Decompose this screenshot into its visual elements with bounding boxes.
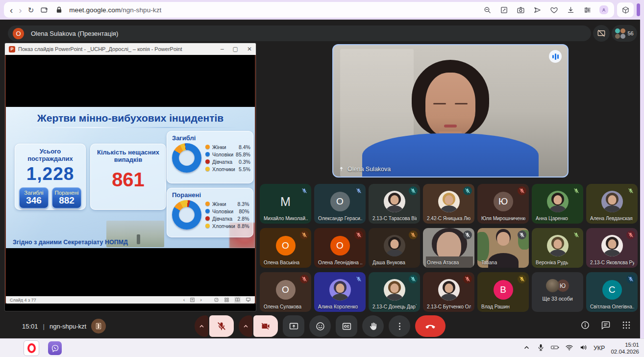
url-text[interactable]: meet.google.com/ngn-shpu-kzt (69, 6, 161, 14)
reactions-button[interactable] (309, 315, 331, 337)
presenter-banner[interactable]: O Olena Sulakova (Презентація) (8, 26, 591, 41)
participant-tile[interactable]: Tatiana (477, 228, 529, 268)
url-host: meet.google.com (69, 6, 121, 14)
camera-options-chevron[interactable] (239, 315, 252, 337)
mic-off-icon (626, 275, 635, 283)
participant-name: Олександр Гераси... (318, 216, 362, 221)
more-options-button[interactable] (389, 315, 410, 337)
previous-slide-button[interactable]: ‹ (183, 297, 185, 303)
mic-off-icon (463, 186, 472, 195)
profile-icon[interactable] (599, 5, 608, 14)
slide-title: Жертви мінно-вибухових інцидентів (6, 112, 255, 128)
send-icon[interactable] (533, 5, 542, 14)
participant-tile[interactable]: ММихайло Миколай... (260, 184, 311, 224)
powerpoint-titlebar[interactable]: P Показ слайдів PowerPoint - _UCHP_Дорос… (5, 43, 256, 55)
participant-tile[interactable]: 2.42-С Яницька Лю... (423, 184, 474, 224)
participant-tile[interactable]: Анна Царенко (532, 184, 583, 224)
snapshot-edit-icon[interactable] (499, 5, 508, 14)
powerpoint-window[interactable]: P Показ слайдів PowerPoint - _UCHP_Дорос… (5, 43, 256, 311)
captions-button[interactable] (336, 315, 357, 337)
wounded-donut-title: Поранені (172, 191, 248, 199)
heart-icon[interactable] (549, 5, 558, 14)
next-slide-button[interactable]: › (200, 297, 202, 303)
viber-taskbar-icon[interactable] (48, 341, 62, 355)
leave-call-button[interactable] (415, 315, 446, 337)
present-screen-button[interactable] (283, 315, 304, 337)
clock[interactable]: 15:01 02.04.2026 (611, 341, 639, 356)
dead-donut-chart (172, 143, 201, 173)
download-icon[interactable] (566, 5, 575, 14)
participants-button[interactable]: 56 (612, 25, 637, 42)
mic-off-icon (354, 230, 363, 239)
legend-value: 5.5% (239, 166, 250, 172)
mic-off-button[interactable] (209, 315, 234, 337)
tab-media-icon[interactable] (40, 5, 49, 14)
participant-tile[interactable]: 2.13-С Тарасова Вік... (369, 184, 420, 224)
legend-value: 85.8% (236, 152, 250, 157)
participant-tile[interactable]: Алина Короленко (314, 272, 366, 312)
participant-tile[interactable]: ООлександр Гераси... (314, 184, 366, 224)
close-button[interactable]: ✕ (247, 46, 252, 52)
participant-tile[interactable]: ЮЩе 33 особи (532, 272, 583, 312)
slideshow-view-button[interactable] (246, 297, 251, 303)
reading-view-button[interactable] (234, 297, 241, 303)
chat-icon[interactable] (601, 320, 611, 332)
sidebar-handle[interactable] (637, 3, 640, 16)
tray-chevron-icon[interactable] (522, 343, 531, 354)
mic-options-chevron[interactable] (195, 315, 208, 337)
participant-tile[interactable]: ООлена Сулакова (260, 272, 311, 312)
grid-view-button[interactable] (224, 297, 229, 303)
participant-name: 2.13-С Яковлєва Ру... (590, 260, 634, 265)
tune-icon[interactable] (583, 5, 592, 14)
participant-tile[interactable]: 2.13-С Донець Дар`я (369, 272, 420, 312)
participant-tile[interactable]: ООлена Леонідівна ... (314, 228, 366, 268)
slide: Жертви мінно-вибухових інцидентів Усього… (6, 107, 255, 248)
participant-tile[interactable]: Алена Левданская (586, 184, 638, 224)
leave-room-icon[interactable] (91, 319, 106, 333)
language-indicator[interactable]: УКР (594, 345, 605, 352)
participant-tile[interactable]: ССвітлана Олегівна... (586, 272, 638, 312)
overflow-count-label: Ще 33 особи (532, 296, 583, 302)
participant-tile[interactable]: ЮЮля Мирошниченко (477, 184, 529, 224)
volume-icon[interactable] (579, 343, 588, 354)
legend-row: Жінки8.4% (205, 144, 250, 150)
participant-tile[interactable]: 2.13-С Яковлєва Ру... (586, 228, 638, 268)
participant-tile[interactable]: Олена Атаєва (423, 228, 474, 268)
tray-mic-icon[interactable] (537, 343, 545, 354)
back-icon[interactable]: ‹ (10, 5, 13, 15)
mic-off-icon (518, 186, 526, 195)
participant-tile[interactable]: 2.13-С Бутченко Ол... (423, 272, 474, 312)
activities-grid-icon[interactable] (621, 320, 631, 332)
forward-icon[interactable]: › (19, 5, 22, 15)
camera-off-button[interactable] (253, 315, 278, 337)
reload-icon[interactable]: ↻ (28, 6, 34, 14)
mic-control-group (195, 315, 234, 337)
participant-tile[interactable]: ООлена Васькіна (260, 228, 311, 268)
main-video-tile[interactable]: Olena Sulakova (332, 44, 569, 178)
annotation-pen-button[interactable] (214, 297, 219, 303)
address-bar[interactable]: ‹ › ↻ meet.google.com/ngn-shpu-kzt (4, 2, 614, 18)
extensions-cube-icon[interactable] (617, 2, 634, 17)
dead-donut-title: Загиблі (172, 134, 248, 142)
battery-charging-icon[interactable] (551, 343, 559, 354)
opera-taskbar-icon[interactable] (24, 340, 39, 356)
legend-row: Хлопчики5.5% (205, 166, 250, 172)
mic-off-icon (354, 275, 363, 283)
participant-name: Даша Внукова (372, 260, 405, 265)
maximize-button[interactable]: ▢ (233, 46, 238, 52)
presentation-off-button[interactable] (593, 25, 610, 42)
avatar: В (494, 280, 513, 300)
legend-value: 2.8% (238, 216, 249, 222)
raise-hand-button[interactable] (362, 315, 384, 337)
camera-icon[interactable] (516, 5, 525, 14)
avatar: О (276, 280, 296, 300)
avatar (438, 279, 460, 301)
participant-tile[interactable]: ВВлад Рашин (477, 272, 529, 312)
wifi-icon[interactable] (565, 343, 573, 354)
participant-tile[interactable]: Даша Внукова (369, 228, 420, 268)
meeting-details-icon[interactable] (580, 320, 590, 332)
zoom-search-icon[interactable] (483, 5, 492, 14)
minimize-button[interactable]: – (221, 46, 224, 52)
slide-menu-button[interactable] (190, 297, 195, 303)
participant-tile[interactable]: Вероніка Рудь (532, 228, 583, 268)
